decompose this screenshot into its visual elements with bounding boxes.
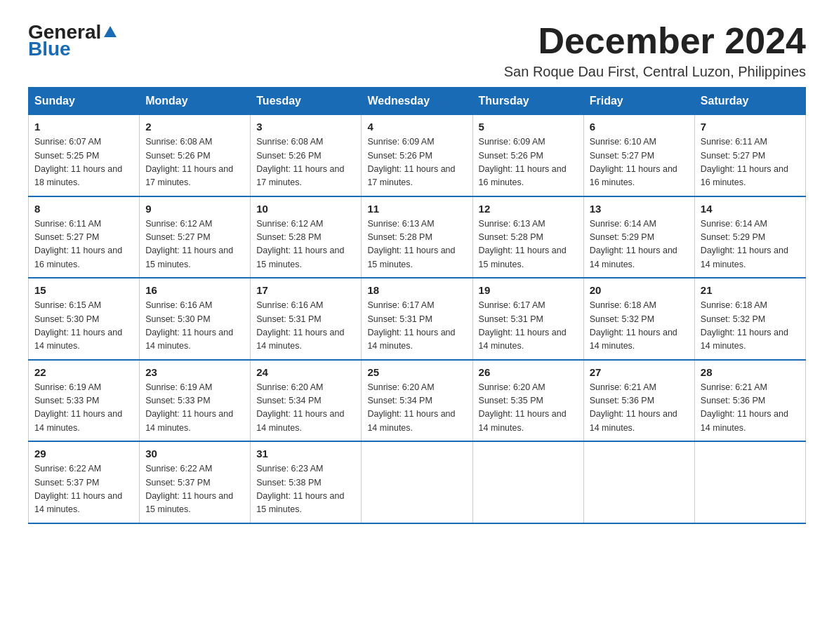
calendar-cell: 19Sunrise: 6:17 AMSunset: 5:31 PMDayligh… bbox=[472, 278, 583, 360]
day-number: 28 bbox=[701, 366, 800, 378]
day-info: Sunrise: 6:19 AMSunset: 5:33 PMDaylight:… bbox=[34, 381, 133, 436]
calendar-cell: 12Sunrise: 6:13 AMSunset: 5:28 PMDayligh… bbox=[472, 196, 583, 279]
day-info: Sunrise: 6:16 AMSunset: 5:31 PMDaylight:… bbox=[256, 299, 355, 354]
day-number: 11 bbox=[367, 203, 466, 215]
calendar-cell: 6Sunrise: 6:10 AMSunset: 5:27 PMDaylight… bbox=[583, 115, 694, 196]
calendar-cell: 15Sunrise: 6:15 AMSunset: 5:30 PMDayligh… bbox=[29, 278, 140, 360]
logo-icon bbox=[102, 25, 118, 40]
month-year: December 2024 bbox=[504, 21, 806, 61]
logo: General Blue bbox=[28, 21, 118, 60]
day-number: 5 bbox=[479, 121, 578, 133]
day-number: 29 bbox=[34, 448, 133, 459]
calendar-cell: 13Sunrise: 6:14 AMSunset: 5:29 PMDayligh… bbox=[583, 196, 694, 279]
calendar-cell: 27Sunrise: 6:21 AMSunset: 5:36 PMDayligh… bbox=[583, 360, 694, 442]
day-info: Sunrise: 6:14 AMSunset: 5:29 PMDaylight:… bbox=[590, 217, 689, 272]
day-info: Sunrise: 6:09 AMSunset: 5:26 PMDaylight:… bbox=[367, 135, 466, 190]
calendar-cell: 3Sunrise: 6:08 AMSunset: 5:26 PMDaylight… bbox=[251, 115, 362, 196]
day-info: Sunrise: 6:19 AMSunset: 5:33 PMDaylight:… bbox=[145, 381, 244, 436]
calendar-cell: 21Sunrise: 6:18 AMSunset: 5:32 PMDayligh… bbox=[694, 278, 805, 360]
day-number: 18 bbox=[367, 284, 466, 296]
day-number: 21 bbox=[701, 284, 800, 296]
calendar-cell: 26Sunrise: 6:20 AMSunset: 5:35 PMDayligh… bbox=[472, 360, 583, 442]
day-info: Sunrise: 6:20 AMSunset: 5:35 PMDaylight:… bbox=[479, 381, 578, 436]
svg-marker-0 bbox=[104, 26, 117, 37]
day-info: Sunrise: 6:18 AMSunset: 5:32 PMDaylight:… bbox=[590, 299, 689, 354]
calendar-cell: 16Sunrise: 6:16 AMSunset: 5:30 PMDayligh… bbox=[140, 278, 251, 360]
col-header-saturday: Saturday bbox=[694, 88, 805, 115]
day-info: Sunrise: 6:13 AMSunset: 5:28 PMDaylight:… bbox=[479, 217, 578, 272]
calendar-cell: 4Sunrise: 6:09 AMSunset: 5:26 PMDaylight… bbox=[362, 115, 472, 196]
day-info: Sunrise: 6:15 AMSunset: 5:30 PMDaylight:… bbox=[34, 299, 133, 354]
day-number: 10 bbox=[256, 203, 355, 215]
day-info: Sunrise: 6:08 AMSunset: 5:26 PMDaylight:… bbox=[256, 135, 355, 190]
day-info: Sunrise: 6:17 AMSunset: 5:31 PMDaylight:… bbox=[479, 299, 578, 354]
calendar-cell: 11Sunrise: 6:13 AMSunset: 5:28 PMDayligh… bbox=[362, 196, 472, 279]
day-info: Sunrise: 6:11 AMSunset: 5:27 PMDaylight:… bbox=[34, 217, 133, 272]
calendar-cell: 22Sunrise: 6:19 AMSunset: 5:33 PMDayligh… bbox=[29, 360, 140, 442]
calendar-week-row: 22Sunrise: 6:19 AMSunset: 5:33 PMDayligh… bbox=[29, 360, 806, 442]
calendar-week-row: 1Sunrise: 6:07 AMSunset: 5:25 PMDaylight… bbox=[29, 115, 806, 196]
day-info: Sunrise: 6:07 AMSunset: 5:25 PMDaylight:… bbox=[34, 135, 133, 190]
day-number: 9 bbox=[145, 203, 244, 215]
day-number: 17 bbox=[256, 284, 355, 296]
calendar-cell: 18Sunrise: 6:17 AMSunset: 5:31 PMDayligh… bbox=[362, 278, 472, 360]
calendar-cell: 5Sunrise: 6:09 AMSunset: 5:26 PMDaylight… bbox=[472, 115, 583, 196]
day-number: 4 bbox=[367, 121, 466, 133]
day-info: Sunrise: 6:12 AMSunset: 5:27 PMDaylight:… bbox=[145, 217, 244, 272]
day-number: 6 bbox=[590, 121, 689, 133]
calendar-cell: 7Sunrise: 6:11 AMSunset: 5:27 PMDaylight… bbox=[694, 115, 805, 196]
calendar-header-row: SundayMondayTuesdayWednesdayThursdayFrid… bbox=[29, 88, 806, 115]
calendar-cell: 1Sunrise: 6:07 AMSunset: 5:25 PMDaylight… bbox=[29, 115, 140, 196]
day-info: Sunrise: 6:21 AMSunset: 5:36 PMDaylight:… bbox=[590, 381, 689, 436]
day-info: Sunrise: 6:23 AMSunset: 5:38 PMDaylight:… bbox=[256, 462, 355, 517]
day-number: 8 bbox=[34, 203, 133, 215]
day-info: Sunrise: 6:14 AMSunset: 5:29 PMDaylight:… bbox=[701, 217, 800, 272]
calendar-cell: 25Sunrise: 6:20 AMSunset: 5:34 PMDayligh… bbox=[362, 360, 472, 442]
calendar-cell: 17Sunrise: 6:16 AMSunset: 5:31 PMDayligh… bbox=[251, 278, 362, 360]
calendar-cell: 8Sunrise: 6:11 AMSunset: 5:27 PMDaylight… bbox=[29, 196, 140, 279]
day-info: Sunrise: 6:20 AMSunset: 5:34 PMDaylight:… bbox=[367, 381, 466, 436]
col-header-thursday: Thursday bbox=[472, 88, 583, 115]
day-number: 26 bbox=[479, 366, 578, 378]
col-header-wednesday: Wednesday bbox=[362, 88, 472, 115]
day-number: 25 bbox=[367, 366, 466, 378]
day-info: Sunrise: 6:08 AMSunset: 5:26 PMDaylight:… bbox=[145, 135, 244, 190]
calendar-cell: 14Sunrise: 6:14 AMSunset: 5:29 PMDayligh… bbox=[694, 196, 805, 279]
calendar-cell: 28Sunrise: 6:21 AMSunset: 5:36 PMDayligh… bbox=[694, 360, 805, 442]
calendar-week-row: 29Sunrise: 6:22 AMSunset: 5:37 PMDayligh… bbox=[29, 441, 806, 523]
col-header-tuesday: Tuesday bbox=[251, 88, 362, 115]
day-info: Sunrise: 6:21 AMSunset: 5:36 PMDaylight:… bbox=[701, 381, 800, 436]
day-info: Sunrise: 6:10 AMSunset: 5:27 PMDaylight:… bbox=[590, 135, 689, 190]
calendar-cell: 20Sunrise: 6:18 AMSunset: 5:32 PMDayligh… bbox=[583, 278, 694, 360]
subtitle: San Roque Dau First, Central Luzon, Phil… bbox=[504, 64, 806, 80]
calendar-cell: 10Sunrise: 6:12 AMSunset: 5:28 PMDayligh… bbox=[251, 196, 362, 279]
day-info: Sunrise: 6:22 AMSunset: 5:37 PMDaylight:… bbox=[145, 462, 244, 517]
day-info: Sunrise: 6:16 AMSunset: 5:30 PMDaylight:… bbox=[145, 299, 244, 354]
day-number: 30 bbox=[145, 448, 244, 459]
col-header-friday: Friday bbox=[583, 88, 694, 115]
day-number: 3 bbox=[256, 121, 355, 133]
day-number: 13 bbox=[590, 203, 689, 215]
day-number: 23 bbox=[145, 366, 244, 378]
calendar-cell bbox=[472, 441, 583, 523]
day-number: 22 bbox=[34, 366, 133, 378]
logo-text-blue: Blue bbox=[28, 38, 71, 60]
col-header-sunday: Sunday bbox=[29, 88, 140, 115]
calendar-cell: 9Sunrise: 6:12 AMSunset: 5:27 PMDaylight… bbox=[140, 196, 251, 279]
day-number: 19 bbox=[479, 284, 578, 296]
calendar-cell: 30Sunrise: 6:22 AMSunset: 5:37 PMDayligh… bbox=[140, 441, 251, 523]
day-info: Sunrise: 6:18 AMSunset: 5:32 PMDaylight:… bbox=[701, 299, 800, 354]
calendar-table: SundayMondayTuesdayWednesdayThursdayFrid… bbox=[28, 87, 806, 524]
day-info: Sunrise: 6:11 AMSunset: 5:27 PMDaylight:… bbox=[701, 135, 800, 190]
day-number: 27 bbox=[590, 366, 689, 378]
title-block: December 2024 San Roque Dau First, Centr… bbox=[504, 21, 806, 80]
calendar-cell: 23Sunrise: 6:19 AMSunset: 5:33 PMDayligh… bbox=[140, 360, 251, 442]
day-number: 15 bbox=[34, 284, 133, 296]
day-number: 1 bbox=[34, 121, 133, 133]
day-number: 24 bbox=[256, 366, 355, 378]
calendar-week-row: 15Sunrise: 6:15 AMSunset: 5:30 PMDayligh… bbox=[29, 278, 806, 360]
day-number: 20 bbox=[590, 284, 689, 296]
calendar-cell: 24Sunrise: 6:20 AMSunset: 5:34 PMDayligh… bbox=[251, 360, 362, 442]
day-info: Sunrise: 6:20 AMSunset: 5:34 PMDaylight:… bbox=[256, 381, 355, 436]
day-info: Sunrise: 6:12 AMSunset: 5:28 PMDaylight:… bbox=[256, 217, 355, 272]
